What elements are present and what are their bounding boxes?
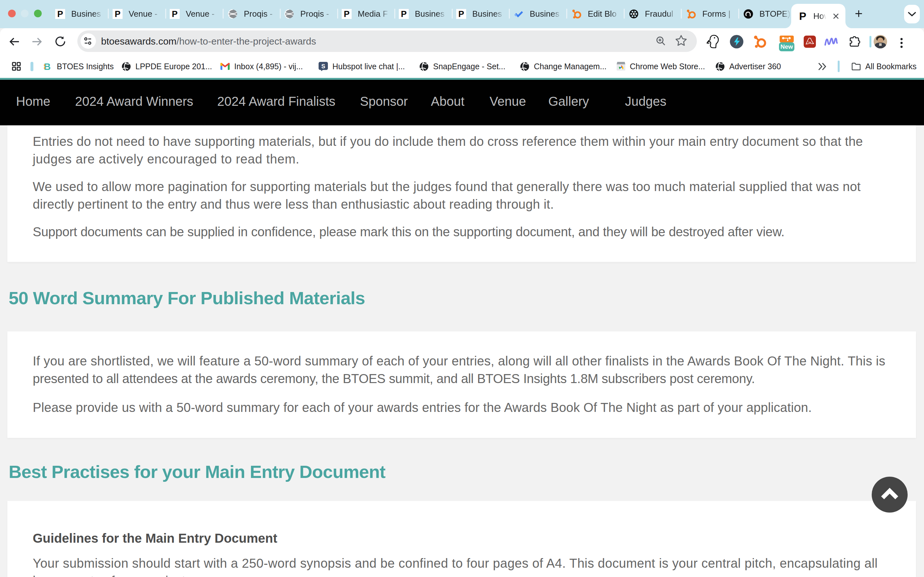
svg-text:P: P <box>115 9 120 19</box>
svg-text:P: P <box>172 9 178 19</box>
svg-text:P: P <box>458 9 464 19</box>
svg-text:S: S <box>321 63 325 69</box>
svg-text:P: P <box>57 9 63 19</box>
svg-text:P: P <box>344 9 349 19</box>
svg-text:P: P <box>401 9 407 19</box>
svg-text:B: B <box>44 62 51 71</box>
svg-text:P: P <box>799 11 806 21</box>
